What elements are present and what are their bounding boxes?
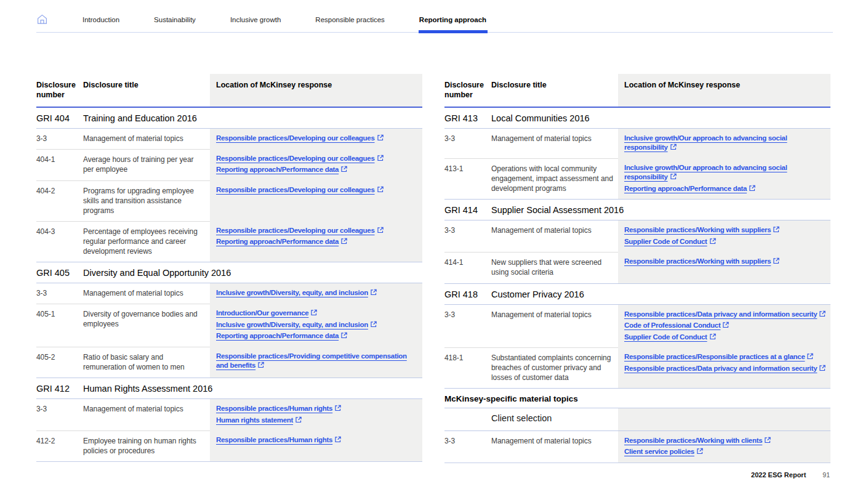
disclosure-title: Client selection <box>491 408 618 430</box>
page-number: 91 <box>822 471 830 479</box>
response-cell: Responsible practices/Developing our col… <box>210 129 422 149</box>
response-link[interactable]: Responsible practices/Human rights <box>216 435 419 445</box>
response-link-text: Responsible practices/Working with clien… <box>624 437 762 444</box>
section-title: Human Rights Assessment 2016 <box>83 378 422 399</box>
report-title: 2022 ESG Report <box>751 471 806 479</box>
response-link[interactable]: Inclusive growth/Diversity, equity, and … <box>216 320 419 330</box>
response-link-text: Client service policies <box>624 448 694 455</box>
home-button[interactable] <box>36 14 48 25</box>
response-link[interactable]: Code of Professional Conduct <box>624 321 827 331</box>
section-title: Training and Education 2016 <box>83 108 422 129</box>
response-cell: Inclusive growth/Our approach to advanci… <box>618 129 830 158</box>
response-link-text: Code of Professional Conduct <box>624 321 720 329</box>
response-link[interactable]: Human rights statement <box>216 416 419 426</box>
response-link-text: Supplier Code of Conduct <box>624 333 707 341</box>
disclosure-title: Employee training on human rights polici… <box>83 430 210 461</box>
disclosure-number: 3-3 <box>444 431 491 463</box>
response-link[interactable]: Reporting approach/Performance data <box>216 237 419 247</box>
response-link-text: Responsible practices/Developing our col… <box>216 155 375 162</box>
disclosure-title: Management of material topics <box>491 431 618 463</box>
response-link[interactable]: Responsible practices/Responsible practi… <box>624 352 827 362</box>
home-icon <box>36 14 48 25</box>
response-link-text: Reporting approach/Performance data <box>624 185 747 192</box>
external-link-icon <box>377 134 384 141</box>
section-number: GRI 412 <box>36 378 83 399</box>
gri-table-left: Disclosure number Disclosure title Locat… <box>36 74 422 462</box>
external-link-icon <box>806 353 813 360</box>
response-link[interactable]: Responsible practices/Developing our col… <box>216 185 419 195</box>
external-link-icon <box>722 321 729 328</box>
external-link-icon <box>340 166 347 172</box>
disclosure-number: 3-3 <box>444 129 491 158</box>
response-cell: Responsible practices/Responsible practi… <box>618 347 830 388</box>
external-link-icon <box>749 185 755 192</box>
response-link[interactable]: Responsible practices/Working with suppl… <box>624 257 827 267</box>
tab-reporting-approach[interactable]: Reporting approach <box>419 16 486 23</box>
response-link[interactable]: Introduction/Our governance <box>216 309 419 318</box>
gri-index: Disclosure number Disclosure title Locat… <box>36 74 830 463</box>
response-cell: Introduction/Our governanceInclusive gro… <box>210 304 422 347</box>
disclosure-number: 413-1 <box>444 158 491 200</box>
response-cell: Responsible practices/Human rights <box>210 430 422 461</box>
disclosure-number: 418-1 <box>444 347 491 388</box>
response-link[interactable]: Reporting approach/Performance data <box>624 184 827 194</box>
response-link[interactable]: Supplier Code of Conduct <box>624 237 827 247</box>
disclosure-title: Operations with local community engageme… <box>491 158 618 200</box>
section-number: GRI 418 <box>444 283 491 305</box>
response-link[interactable]: Responsible practices/Working with clien… <box>624 436 827 446</box>
tab-responsible-practices[interactable]: Responsible practices <box>315 16 385 23</box>
response-link[interactable]: Inclusive growth/Diversity, equity, and … <box>216 288 419 298</box>
response-link-text: Responsible practices/Developing our col… <box>216 134 375 142</box>
response-link[interactable]: Responsible practices/Developing our col… <box>216 154 419 164</box>
response-link[interactable]: Inclusive growth/Our approach to advanci… <box>624 163 827 182</box>
disclosure-title: Substantiated complaints concerning brea… <box>491 347 618 388</box>
tab-introduction[interactable]: Introduction <box>82 16 119 23</box>
disclosure-title: Management of material topics <box>83 283 210 304</box>
external-link-icon <box>377 227 384 233</box>
response-link-text: Inclusive growth/Our approach to advanci… <box>624 164 787 181</box>
disclosure-title: Ratio of basic salary and remuneration o… <box>83 347 210 378</box>
response-link-text: Introduction/Our governance <box>216 309 308 317</box>
external-link-icon <box>310 309 317 316</box>
section-number: GRI 414 <box>444 199 491 220</box>
disclosure-title: Diversity of governance bodies and emplo… <box>83 304 210 347</box>
response-link[interactable]: Client service policies <box>624 447 827 457</box>
response-cell: Inclusive growth/Our approach to advanci… <box>618 158 830 200</box>
section-header-custom: McKinsey-specific material topics <box>444 388 830 408</box>
section-title: Customer Privacy 2016 <box>491 283 830 305</box>
response-link[interactable]: Reporting approach/Performance data <box>216 331 419 341</box>
external-link-icon <box>670 173 677 180</box>
response-link[interactable]: Inclusive growth/Our approach to advanci… <box>624 134 827 153</box>
nav-tabs: IntroductionSustainabilityInclusive grow… <box>82 16 486 23</box>
disclosure-number: 3-3 <box>36 283 83 304</box>
response-cell <box>618 408 830 430</box>
response-link[interactable]: Responsible practices/Data privacy and i… <box>624 310 827 320</box>
disclosure-title: Management of material topics <box>491 129 618 158</box>
column-header-disclosure-number: Disclosure number <box>444 74 491 108</box>
disclosure-title: Programs for upgrading employee skills a… <box>83 180 210 221</box>
response-link-text: Responsible practices/Working with suppl… <box>624 257 771 265</box>
response-cell: Responsible practices/Data privacy and i… <box>618 305 830 348</box>
response-link[interactable]: Responsible practices/Working with suppl… <box>624 225 827 235</box>
external-link-icon <box>370 289 377 296</box>
response-link[interactable]: Reporting approach/Performance data <box>216 165 419 175</box>
disclosure-number: 3-3 <box>444 305 491 348</box>
tab-sustainability[interactable]: Sustainability <box>154 16 196 23</box>
tab-inclusive-growth[interactable]: Inclusive growth <box>230 16 281 23</box>
gri-table-right: Disclosure number Disclosure title Locat… <box>444 74 830 463</box>
column-header-location: Location of McKinsey response <box>210 74 422 108</box>
response-link[interactable]: Responsible practices/Human rights <box>216 404 419 414</box>
response-link[interactable]: Supplier Code of Conduct <box>624 333 827 342</box>
external-link-icon <box>334 405 341 411</box>
column-header-location: Location of McKinsey response <box>618 74 830 108</box>
response-link[interactable]: Responsible practices/Providing competit… <box>216 352 419 371</box>
external-link-icon <box>377 186 384 193</box>
disclosure-number: 3-3 <box>36 129 83 149</box>
external-link-icon <box>709 238 716 244</box>
external-link-icon <box>340 238 347 244</box>
external-link-icon <box>377 155 384 161</box>
response-link[interactable]: Responsible practices/Developing our col… <box>216 134 419 143</box>
response-link[interactable]: Responsible practices/Developing our col… <box>216 226 419 236</box>
response-link[interactable]: Responsible practices/Data privacy and i… <box>624 364 827 374</box>
disclosure-number: 412-2 <box>36 430 83 461</box>
